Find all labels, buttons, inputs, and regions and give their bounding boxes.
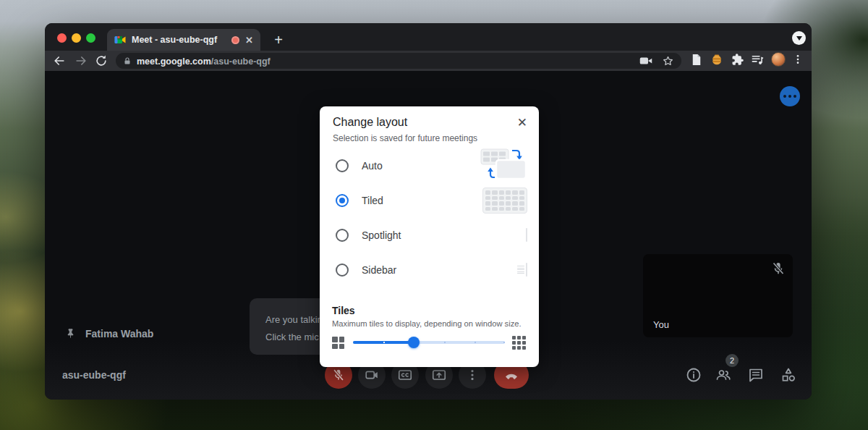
change-layout-dialog: Change layout Selection is saved for fut… xyxy=(320,106,539,367)
extensions-row xyxy=(690,52,804,67)
pin-icon xyxy=(65,328,76,340)
radio-unselected-icon[interactable] xyxy=(336,264,349,277)
radio-selected-icon[interactable] xyxy=(336,194,349,207)
videocam-icon xyxy=(364,367,380,383)
slider-tick xyxy=(383,342,385,343)
meet-page: Are you talkin Click the mic You Fatima … xyxy=(45,71,812,400)
browser-tab[interactable]: Meet - asu-eube-qgf ✕ xyxy=(107,29,260,51)
layout-option-tiled[interactable]: Tiled xyxy=(336,186,527,215)
new-tab-button[interactable]: + xyxy=(268,29,289,51)
dot-icon xyxy=(783,95,786,98)
dialog-subtitle: Selection is saved for future meetings xyxy=(333,133,477,143)
reload-button[interactable] xyxy=(94,54,109,68)
window-controls xyxy=(57,33,95,43)
notes-extension-icon[interactable] xyxy=(690,53,703,67)
meeting-code: asu-eube-qgf xyxy=(62,369,126,381)
tab-recording-indicator xyxy=(231,36,239,44)
option-label: Spotlight xyxy=(362,229,401,241)
chevron-down-icon xyxy=(796,36,802,41)
honey-pot-extension-icon[interactable] xyxy=(710,53,724,67)
meet-favicon xyxy=(114,34,126,46)
option-label: Tiled xyxy=(362,195,383,206)
more-tiles-icon xyxy=(512,336,526,350)
dialog-close-icon[interactable]: ✕ xyxy=(517,115,527,130)
pinned-participant: Fatima Wahab xyxy=(65,328,153,340)
bookmark-star-icon[interactable] xyxy=(662,55,674,67)
omnibox-actions xyxy=(639,53,674,69)
participants-count-badge: 2 xyxy=(726,354,739,367)
close-window-button[interactable] xyxy=(57,33,67,43)
camera-in-use-icon[interactable] xyxy=(639,56,652,66)
slider-tick xyxy=(503,342,505,343)
sidebar-layout-icon xyxy=(526,264,527,277)
tiles-slider[interactable] xyxy=(353,341,505,344)
slider-tick xyxy=(475,342,476,343)
tiled-layout-icon xyxy=(482,187,527,214)
pinned-participant-name: Fatima Wahab xyxy=(85,328,153,340)
closed-captions-icon xyxy=(397,367,413,383)
layout-option-auto[interactable]: Auto xyxy=(336,151,527,180)
tab-close-icon[interactable]: ✕ xyxy=(245,35,253,45)
more-vert-icon xyxy=(465,368,480,382)
tiles-section-subtitle: Maximum tiles to display, depending on w… xyxy=(332,319,522,328)
participants-button[interactable] xyxy=(715,366,732,384)
minimize-window-button[interactable] xyxy=(72,33,81,43)
browser-window: Meet - asu-eube-qgf ✕ + meet.google.com/… xyxy=(45,23,812,400)
self-tile-label: You xyxy=(653,319,669,330)
meet-more-options-button[interactable] xyxy=(780,86,800,106)
radio-unselected-icon[interactable] xyxy=(336,159,349,172)
tab-title: Meet - asu-eube-qgf xyxy=(132,35,226,45)
activities-button[interactable] xyxy=(780,366,797,384)
layout-option-spotlight[interactable]: Spotlight xyxy=(336,221,527,250)
spotlight-layout-icon xyxy=(526,229,527,242)
slider-tick xyxy=(444,342,446,343)
browser-menu-icon[interactable] xyxy=(792,53,804,66)
mic-off-icon xyxy=(770,260,787,277)
radio-unselected-icon[interactable] xyxy=(336,229,349,242)
option-label: Sidebar xyxy=(362,264,396,276)
dialog-title: Change layout xyxy=(333,116,407,129)
auto-layout-icon xyxy=(480,147,527,185)
lock-icon xyxy=(123,56,132,66)
forward-button[interactable] xyxy=(74,54,88,68)
chat-button[interactable] xyxy=(747,366,765,384)
option-label: Auto xyxy=(362,160,383,172)
zoom-window-button[interactable] xyxy=(86,33,95,43)
self-video-tile[interactable]: You xyxy=(643,254,793,337)
dot-icon xyxy=(788,95,791,98)
tiles-slider-row xyxy=(320,332,539,353)
tiles-section-title: Tiles xyxy=(332,305,355,316)
url-path: /asu-eube-qgf xyxy=(211,56,271,67)
tab-search-button[interactable] xyxy=(792,31,806,45)
extensions-puzzle-icon[interactable] xyxy=(731,53,744,67)
back-button[interactable] xyxy=(52,54,67,68)
fewer-tiles-icon xyxy=(332,337,344,349)
layout-option-sidebar[interactable]: Sidebar xyxy=(336,256,527,284)
mic-off-icon xyxy=(331,367,346,383)
slider-thumb[interactable] xyxy=(408,337,420,348)
call-end-icon xyxy=(503,366,520,384)
tab-bar: Meet - asu-eube-qgf ✕ + xyxy=(45,23,812,51)
meeting-details-button[interactable] xyxy=(685,366,702,384)
url-host: meet.google.com xyxy=(137,56,211,67)
present-icon xyxy=(431,367,447,383)
url-text: meet.google.com/asu-eube-qgf xyxy=(137,54,271,67)
url-bar[interactable]: meet.google.com/asu-eube-qgf xyxy=(116,53,681,69)
playlist-extension-icon[interactable] xyxy=(751,53,765,67)
dot-icon xyxy=(793,95,796,98)
profile-avatar[interactable] xyxy=(771,52,786,67)
